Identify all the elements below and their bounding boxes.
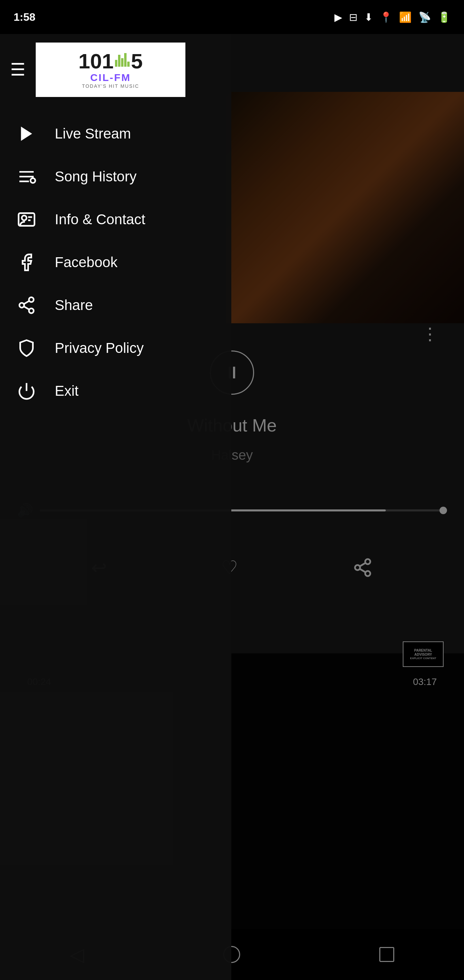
svg-line-19 (24, 301, 29, 304)
info-contact-label: Info & Contact (55, 211, 145, 228)
share-icon (17, 296, 36, 315)
power-icon (17, 382, 36, 401)
menu-item-info-contact[interactable]: Info & Contact (0, 198, 231, 241)
menu-item-song-history[interactable]: Song History (0, 155, 231, 198)
screen-icon: ⊟ (349, 11, 358, 23)
menu-item-exit[interactable]: Exit (0, 369, 231, 412)
svg-point-16 (19, 303, 24, 308)
svg-point-12 (22, 215, 27, 220)
shield-icon (17, 339, 36, 358)
exit-label: Exit (55, 383, 79, 399)
menu-items: Live Stream Song History Info & Contac (0, 112, 231, 412)
status-icons: ▶ ⊟ ⬇ 📍 📶 📡 🔋 (334, 11, 450, 23)
live-stream-label: Live Stream (55, 126, 131, 142)
logo-cilfm: CIL-FM (90, 72, 131, 83)
status-bar: 1:58 ▶ ⊟ ⬇ 📍 📶 📡 🔋 (0, 0, 464, 34)
logo-tagline: Today's Hit Music (82, 83, 139, 89)
facebook-label: Facebook (55, 254, 118, 270)
facebook-icon (17, 253, 36, 272)
svg-point-17 (29, 308, 34, 313)
location-icon: 📍 (380, 11, 392, 23)
privacy-policy-label: Privacy Policy (55, 340, 143, 356)
navigation-drawer: ☰ 101 5 CIL-FM Today's Hit Musi (0, 0, 231, 980)
svg-line-18 (24, 307, 29, 310)
radio-logo: 101 5 CIL-FM Today's Hit Music (36, 43, 185, 97)
menu-item-share[interactable]: Share (0, 284, 231, 327)
svg-point-9 (30, 178, 35, 183)
status-time: 1:58 (14, 11, 35, 24)
menu-item-live-stream[interactable]: Live Stream (0, 112, 231, 155)
contact-icon (17, 210, 36, 229)
song-history-label: Song History (55, 169, 137, 185)
battery-icon: 🔋 (438, 11, 450, 23)
play-icon (17, 124, 36, 143)
menu-item-facebook[interactable]: Facebook (0, 241, 231, 284)
song-history-icon (17, 167, 36, 186)
menu-item-privacy-policy[interactable]: Privacy Policy (0, 327, 231, 369)
hamburger-button[interactable]: ☰ (7, 56, 29, 83)
drawer-header: ☰ 101 5 CIL-FM Today's Hit Musi (0, 34, 231, 105)
signal-icon: 📡 (418, 11, 431, 23)
svg-marker-5 (21, 127, 32, 141)
share-label: Share (55, 297, 93, 313)
download-icon: ⬇ (364, 11, 373, 23)
svg-point-15 (29, 298, 34, 302)
wifi-icon: 📶 (399, 11, 412, 23)
notification-icon: ▶ (334, 11, 342, 23)
